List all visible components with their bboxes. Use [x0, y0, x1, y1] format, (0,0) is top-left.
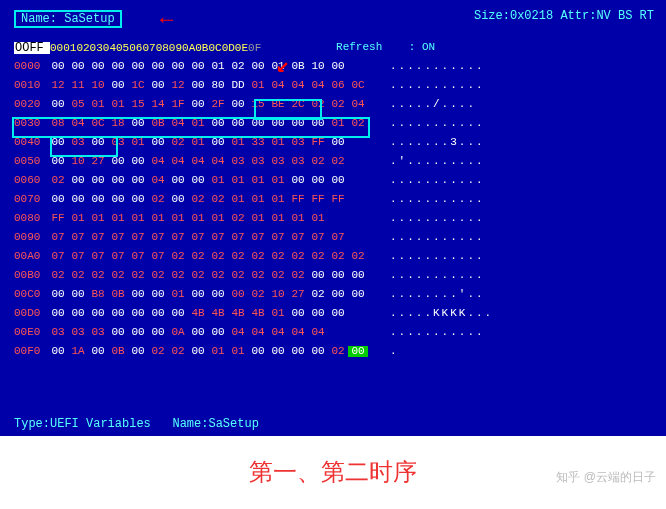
hex-byte[interactable]: 01 — [228, 346, 248, 357]
hex-byte[interactable]: 00 — [288, 175, 308, 186]
hex-byte[interactable]: 07 — [48, 232, 68, 243]
hex-byte[interactable]: 00 — [188, 346, 208, 357]
hex-byte[interactable]: 00 — [208, 289, 228, 300]
hex-byte[interactable]: 01 — [228, 194, 248, 205]
hex-byte[interactable]: FF — [308, 137, 328, 148]
hex-byte[interactable]: 01 — [188, 213, 208, 224]
hex-byte[interactable]: 00 — [48, 194, 68, 205]
hex-byte[interactable]: 00 — [328, 289, 348, 300]
hex-byte[interactable]: 2C — [288, 99, 308, 110]
hex-byte[interactable]: 00 — [48, 137, 68, 148]
hex-byte[interactable]: 00 — [308, 175, 328, 186]
hex-byte[interactable]: 04 — [228, 327, 248, 338]
hex-byte[interactable]: 01 — [228, 175, 248, 186]
hex-byte[interactable]: 02 — [168, 251, 188, 262]
hex-byte[interactable]: 00 — [168, 308, 188, 319]
hex-byte[interactable]: 07 — [288, 232, 308, 243]
hex-byte[interactable]: 01 — [288, 213, 308, 224]
hex-byte[interactable]: 00 — [128, 327, 148, 338]
hex-byte[interactable]: 00 — [248, 61, 268, 72]
hex-byte[interactable]: 00 — [48, 156, 68, 167]
hex-byte[interactable]: 02 — [328, 346, 348, 357]
hex-byte[interactable]: 03 — [48, 327, 68, 338]
hex-byte[interactable]: 04 — [288, 80, 308, 91]
hex-byte[interactable]: 02 — [208, 270, 228, 281]
hex-byte[interactable]: 01 — [128, 213, 148, 224]
hex-byte[interactable]: 07 — [128, 251, 148, 262]
hex-byte[interactable]: 01 — [248, 175, 268, 186]
hex-byte[interactable]: 04 — [148, 175, 168, 186]
hex-byte[interactable]: 4B — [248, 308, 268, 319]
hex-byte[interactable]: 01 — [268, 308, 288, 319]
hex-byte[interactable]: 03 — [68, 137, 88, 148]
hex-byte[interactable]: 0B — [108, 289, 128, 300]
hex-byte[interactable]: 00 — [108, 80, 128, 91]
hex-byte[interactable]: 02 — [328, 99, 348, 110]
hex-byte[interactable]: 00 — [68, 308, 88, 319]
hex-byte[interactable]: 00 — [68, 175, 88, 186]
hex-byte[interactable]: 01 — [328, 118, 348, 129]
hex-byte[interactable]: 00 — [48, 61, 68, 72]
hex-byte[interactable]: 12 — [168, 80, 188, 91]
hex-byte[interactable]: 0B — [108, 346, 128, 357]
hex-byte[interactable]: 04 — [248, 327, 268, 338]
hex-byte[interactable]: 02 — [128, 270, 148, 281]
hex-byte[interactable]: 03 — [88, 327, 108, 338]
hex-byte[interactable]: 02 — [308, 99, 328, 110]
hex-byte[interactable]: DD — [228, 80, 248, 91]
hex-byte[interactable]: 00 — [68, 61, 88, 72]
hex-byte[interactable]: 02 — [308, 289, 328, 300]
hex-byte[interactable]: 02 — [208, 194, 228, 205]
hex-byte[interactable]: 00 — [128, 61, 148, 72]
hex-byte[interactable]: 01 — [168, 213, 188, 224]
hex-byte[interactable]: 00 — [348, 289, 368, 300]
hex-byte[interactable]: 00 — [168, 61, 188, 72]
hex-byte[interactable]: 01 — [268, 137, 288, 148]
hex-byte[interactable]: 01 — [228, 137, 248, 148]
hex-byte[interactable]: 00 — [228, 289, 248, 300]
hex-byte[interactable]: 01 — [308, 213, 328, 224]
hex-byte[interactable]: 04 — [308, 327, 328, 338]
hex-byte[interactable]: 02 — [248, 251, 268, 262]
hex-byte[interactable]: 02 — [68, 270, 88, 281]
hex-byte[interactable]: 00 — [228, 99, 248, 110]
hex-byte[interactable]: 05 — [68, 99, 88, 110]
hex-byte[interactable]: 07 — [308, 232, 328, 243]
hex-byte[interactable]: 00 — [48, 346, 68, 357]
hex-byte[interactable]: 0B — [148, 118, 168, 129]
hex-byte[interactable]: 07 — [148, 232, 168, 243]
hex-byte[interactable]: 00 — [168, 175, 188, 186]
hex-byte[interactable]: 03 — [68, 327, 88, 338]
hex-byte[interactable]: 00 — [328, 61, 348, 72]
hex-byte[interactable]: 03 — [288, 137, 308, 148]
hex-byte[interactable]: 00 — [148, 308, 168, 319]
hex-byte[interactable]: FF — [288, 194, 308, 205]
hex-byte[interactable]: 00 — [188, 327, 208, 338]
hex-byte[interactable]: 00 — [128, 346, 148, 357]
hex-byte[interactable]: 00 — [128, 308, 148, 319]
hex-byte[interactable]: 01 — [208, 213, 228, 224]
hex-byte[interactable]: 02 — [308, 251, 328, 262]
hex-byte[interactable]: 01 — [148, 213, 168, 224]
hex-byte[interactable]: 00 — [88, 308, 108, 319]
hex-byte[interactable]: 07 — [268, 232, 288, 243]
hex-byte[interactable]: 0C — [348, 80, 368, 91]
hex-byte[interactable]: 10 — [268, 289, 288, 300]
hex-byte[interactable]: 00 — [228, 118, 248, 129]
hex-byte[interactable]: 07 — [68, 232, 88, 243]
hex-byte[interactable]: 02 — [148, 194, 168, 205]
hex-byte[interactable]: 0B — [288, 61, 308, 72]
hex-byte[interactable]: 00 — [148, 61, 168, 72]
hex-byte[interactable]: 00 — [68, 194, 88, 205]
hex-byte[interactable]: 00 — [308, 270, 328, 281]
hex-byte[interactable]: 01 — [168, 289, 188, 300]
hex-byte[interactable]: 00 — [148, 137, 168, 148]
hex-byte[interactable]: FF — [308, 194, 328, 205]
hex-byte[interactable]: 01 — [188, 118, 208, 129]
hex-byte[interactable]: 04 — [68, 118, 88, 129]
hex-byte[interactable]: 00 — [248, 118, 268, 129]
hex-byte[interactable]: 00 — [348, 346, 368, 357]
hex-byte[interactable]: 07 — [228, 232, 248, 243]
hex-byte[interactable]: 02 — [188, 251, 208, 262]
hex-byte[interactable]: 02 — [208, 251, 228, 262]
